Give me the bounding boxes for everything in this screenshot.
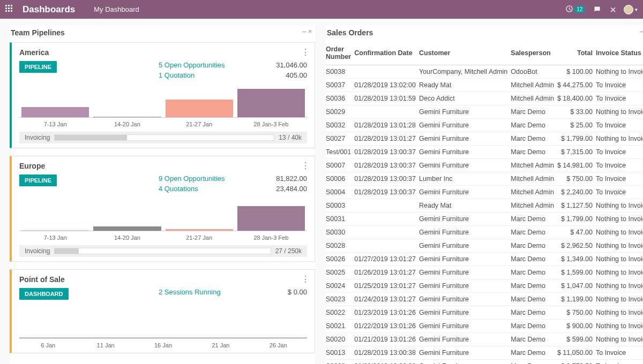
table-row[interactable]: S0008 01/28/2019 13:00:38 Gemini Furnitu…: [326, 360, 643, 365]
kebab-icon[interactable]: ⋮: [301, 47, 309, 57]
cell-order-number: S0024: [326, 279, 354, 293]
table-row[interactable]: S0023 01/24/2019 13:01:27 Gemini Furnitu…: [326, 293, 643, 306]
table-row[interactable]: S0004 01/28/2019 13:00:37 Gemini Furnitu…: [326, 186, 643, 199]
x-tick: 21 Jan: [192, 342, 249, 348]
stat-link[interactable]: 9 Open Opportunities: [159, 175, 276, 183]
pipeline-tag[interactable]: DASHBOARD: [19, 288, 69, 300]
cell-invoice-status: To Invoice: [596, 119, 643, 132]
table-row[interactable]: S0032 01/28/2019 13:01:28 Gemini Furnitu…: [326, 119, 643, 132]
table-row[interactable]: S0031 Gemini Furniture Marc Demo $ 1,799…: [326, 213, 643, 226]
cell-customer: Gemini Furniture: [419, 186, 511, 199]
pipeline-card: ⋮ Point of Sale DASHBOARD 2 Sessions Run…: [10, 269, 315, 353]
cell-total: $ 2,240.00: [557, 186, 596, 199]
stat-link[interactable]: 1 Quotation: [159, 71, 276, 79]
table-row[interactable]: S0021 01/22/2019 13:01:26 Gemini Furnitu…: [326, 320, 643, 333]
table-row[interactable]: S0029 Gemini Furniture Marc Demo $ 33.00…: [326, 105, 643, 119]
cell-order-number: S0028: [326, 239, 354, 253]
app-brand[interactable]: Dashboards: [23, 4, 75, 15]
table-row[interactable]: S0003 Ready Mat Mitchell Admin $ 1,127.5…: [326, 199, 643, 213]
table-row[interactable]: S0038 YourCompany, Mitchell Admin OdooBo…: [326, 65, 643, 79]
x-tick: 11 Jan: [77, 342, 134, 348]
table-row[interactable]: S0025 01/26/2019 13:01:27 Gemini Furnitu…: [326, 266, 643, 279]
panel-sales-orders: –× Sales Orders Order NumberConfirmation…: [326, 25, 643, 364]
cell-customer: Gemini Furniture: [419, 333, 511, 346]
cell-order-number: S0026: [326, 253, 354, 266]
cell-order-number: S0027: [326, 132, 354, 146]
cell-total: $ 100.00: [557, 65, 596, 79]
cell-total: $ 599.00: [557, 333, 596, 346]
x-tick: 21-27 Jan: [163, 121, 235, 127]
cell-order-number: S0020: [326, 333, 354, 346]
cell-invoice-status: Nothing to Invoice: [596, 213, 643, 226]
cell-customer: Gemini Furniture: [419, 132, 511, 146]
cell-invoice-status: To Invoice: [596, 360, 643, 365]
table-row[interactable]: S0037 01/28/2019 13:02:00 Ready Mat Mitc…: [326, 79, 643, 92]
x-tick: 14-20 Jan: [91, 234, 163, 241]
cell-confirmation-date: 01/27/2019 13:01:27: [354, 253, 419, 266]
pipeline-tag[interactable]: PIPELINE: [19, 61, 57, 73]
column-header[interactable]: Order Number: [326, 42, 354, 65]
column-header[interactable]: Total: [557, 42, 596, 65]
cell-total: $ 1,799.00: [557, 213, 596, 226]
cell-order-number: S0030: [326, 226, 354, 239]
table-row[interactable]: S0013 01/28/2019 13:00:38 Gemini Furnitu…: [326, 346, 643, 360]
kebab-icon[interactable]: ⋮: [301, 274, 309, 284]
column-header[interactable]: Customer: [419, 42, 511, 65]
cell-total: $ 18,400.00: [557, 92, 596, 105]
cell-customer: Gemini Furniture: [419, 119, 511, 132]
activity-icon[interactable]: 12: [565, 5, 585, 14]
column-header[interactable]: Salesperson: [511, 42, 557, 65]
table-row[interactable]: S0027 01/28/2019 13:01:27 Gemini Furnitu…: [326, 132, 643, 146]
stat-link[interactable]: 5 Open Opportunities: [159, 61, 276, 69]
cell-invoice-status: To Invoice: [596, 92, 643, 105]
cell-salesperson: Mitchell Admin: [511, 92, 557, 105]
cell-confirmation-date: 01/28/2019 13:02:00: [354, 79, 419, 92]
cell-order-number: S0023: [326, 293, 354, 306]
cell-salesperson: Marc Demo: [511, 253, 557, 266]
table-row[interactable]: S0036 01/28/2019 13:01:59 Deco Addict Mi…: [326, 92, 643, 105]
avatar[interactable]: [624, 5, 633, 14]
panel-title: Sales Orders: [326, 25, 643, 42]
table-row[interactable]: S0006 01/28/2019 13:00:37 Lumber Inc Mit…: [326, 172, 643, 186]
cell-salesperson: Marc Demo: [511, 119, 557, 132]
table-row[interactable]: S0030 Gemini Furniture Marc Demo $ 47.00…: [326, 226, 643, 239]
cell-salesperson: Marc Demo: [511, 306, 557, 320]
apps-icon[interactable]: [5, 5, 15, 14]
close-icon[interactable]: ×: [610, 4, 616, 15]
table-row[interactable]: S0020 01/21/2019 13:01:26 Gemini Furnitu…: [326, 333, 643, 346]
table-row[interactable]: S0022 01/23/2019 13:01:26 Gemini Furnitu…: [326, 306, 643, 320]
pipeline-tag[interactable]: PIPELINE: [19, 175, 57, 186]
column-header[interactable]: Confirmation Date: [354, 42, 419, 65]
cell-customer: Gemini Furniture: [419, 105, 511, 119]
discuss-icon[interactable]: [593, 5, 601, 13]
table-row[interactable]: S0028 Gemini Furniture Marc Demo $ 2,962…: [326, 239, 643, 253]
invoicing-progress: [54, 134, 274, 141]
chevron-down-icon[interactable]: ▾: [635, 7, 638, 12]
minimize-icon[interactable]: –: [302, 28, 306, 35]
cell-order-number: S0022: [326, 306, 354, 320]
stat-link[interactable]: 2 Sessions Running: [159, 288, 288, 296]
minimize-icon[interactable]: –: [640, 28, 643, 35]
menu-my-dashboard[interactable]: My Dashboard: [94, 5, 139, 13]
table-row[interactable]: S0026 01/27/2019 13:01:27 Gemini Furnitu…: [326, 253, 643, 266]
cell-salesperson: Marc Demo: [511, 146, 557, 159]
cell-salesperson: Marc Demo: [511, 132, 557, 146]
stat-link[interactable]: 4 Quotations: [159, 185, 276, 193]
cell-invoice-status: Nothing to Invoice: [596, 266, 643, 279]
x-tick: 28 Jan-3 Feb: [235, 121, 307, 127]
column-header[interactable]: Invoice Status: [596, 42, 643, 65]
cell-confirmation-date: 01/28/2019 13:00:37: [354, 146, 419, 159]
kebab-icon[interactable]: ⋮: [301, 161, 309, 171]
x-tick: 6 Jan: [19, 342, 77, 348]
table-row[interactable]: S0007 01/28/2019 13:00:37 Gemini Furnitu…: [326, 159, 643, 172]
table-row[interactable]: Test/001 01/28/2019 13:00:37 Gemini Furn…: [326, 146, 643, 159]
close-panel-icon[interactable]: ×: [308, 28, 312, 35]
cell-order-number: S0036: [326, 92, 354, 105]
invoicing-progress: [54, 248, 271, 254]
cell-confirmation-date: [354, 105, 419, 119]
table-row[interactable]: S0024 01/25/2019 13:01:27 Gemini Furnitu…: [326, 279, 643, 293]
cell-invoice-status: Nothing to Invoice: [596, 199, 643, 213]
cell-total: $ 1,599.00: [557, 266, 596, 279]
cell-customer: Gemini Furniture: [419, 360, 511, 365]
cell-total: $ 44,275.00: [557, 79, 596, 92]
